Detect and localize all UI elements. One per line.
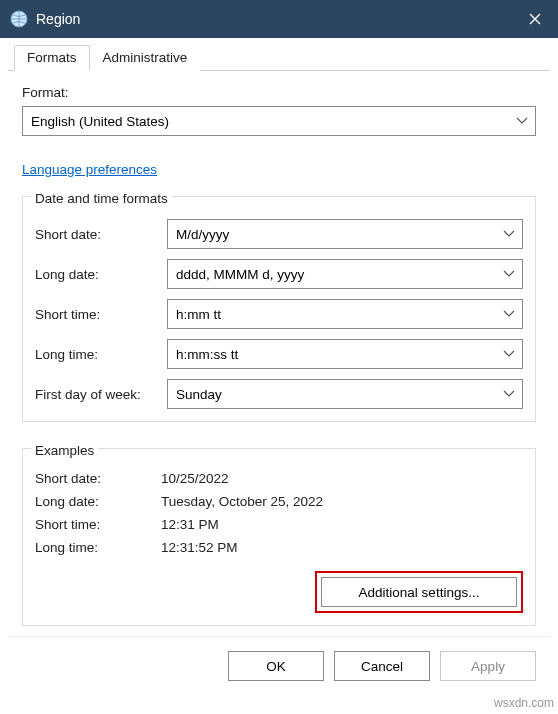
examples-legend: Examples <box>31 443 98 458</box>
dialog-footer: OK Cancel Apply <box>8 636 550 695</box>
format-select[interactable]: English (United States) <box>22 106 536 136</box>
additional-settings-button[interactable]: Additional settings... <box>321 577 517 607</box>
watermark: wsxdn.com <box>494 696 554 710</box>
example-long-date-label: Long date: <box>35 494 161 509</box>
ok-button[interactable]: OK <box>228 651 324 681</box>
tab-administrative[interactable]: Administrative <box>90 45 201 71</box>
example-long-time-label: Long time: <box>35 540 161 555</box>
window-title: Region <box>36 11 512 27</box>
tab-formats[interactable]: Formats <box>14 45 90 71</box>
example-short-time-label: Short time: <box>35 517 161 532</box>
dialog-content: Formats Administrative Format: English (… <box>0 38 558 703</box>
additional-settings-highlight: Additional settings... <box>315 571 523 613</box>
close-button[interactable] <box>512 0 558 38</box>
apply-button: Apply <box>440 651 536 681</box>
example-long-date-value: Tuesday, October 25, 2022 <box>161 494 323 509</box>
first-day-label: First day of week: <box>35 387 167 402</box>
examples-group: Examples Short date: 10/25/2022 Long dat… <box>22 448 536 626</box>
date-time-formats-group: Date and time formats Short date: M/d/yy… <box>22 196 536 422</box>
example-long-time-value: 12:31:52 PM <box>161 540 238 555</box>
long-time-select[interactable]: h:mm:ss tt <box>167 339 523 369</box>
tabpanel-formats: Format: English (United States) Language… <box>8 71 550 636</box>
date-time-formats-legend: Date and time formats <box>31 191 172 206</box>
close-icon <box>529 13 541 25</box>
short-time-select[interactable]: h:mm tt <box>167 299 523 329</box>
tabstrip: Formats Administrative <box>8 44 550 71</box>
long-time-label: Long time: <box>35 347 167 362</box>
format-select-wrap: English (United States) <box>22 106 536 136</box>
titlebar: Region <box>0 0 558 38</box>
globe-icon <box>10 10 28 28</box>
long-date-label: Long date: <box>35 267 167 282</box>
short-time-label: Short time: <box>35 307 167 322</box>
example-short-time-value: 12:31 PM <box>161 517 219 532</box>
format-label: Format: <box>22 85 536 100</box>
long-date-select[interactable]: dddd, MMMM d, yyyy <box>167 259 523 289</box>
cancel-button[interactable]: Cancel <box>334 651 430 681</box>
example-short-date-value: 10/25/2022 <box>161 471 229 486</box>
short-date-select[interactable]: M/d/yyyy <box>167 219 523 249</box>
short-date-label: Short date: <box>35 227 167 242</box>
first-day-select[interactable]: Sunday <box>167 379 523 409</box>
example-short-date-label: Short date: <box>35 471 161 486</box>
language-preferences-link[interactable]: Language preferences <box>22 162 157 177</box>
